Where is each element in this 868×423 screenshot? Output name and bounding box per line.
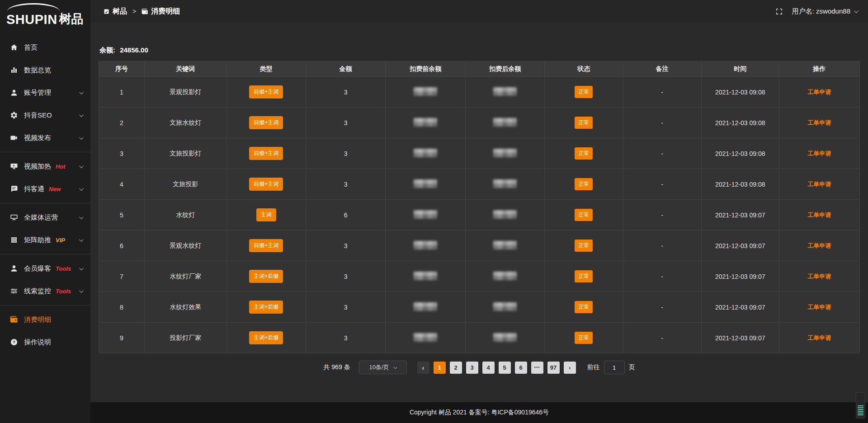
sidebar-item-douyin-seo[interactable]: 抖音SEO <box>0 104 90 127</box>
logo-text-cn: 树品 <box>59 11 84 27</box>
work-order-link[interactable]: 工单申请 <box>807 150 831 157</box>
masked-value <box>493 149 517 157</box>
sidebar-item-all-media-operation[interactable]: 全媒体运营 <box>0 206 90 229</box>
page-button-97[interactable]: 97 <box>547 362 560 374</box>
cell-keyword: 景观水纹灯 <box>144 230 226 261</box>
cell-amount: 3 <box>306 261 386 292</box>
work-order-link[interactable]: 工单申请 <box>807 304 831 310</box>
username-label: 用户名: zswodun88 <box>792 7 850 16</box>
type-badge: 主词 <box>256 208 276 221</box>
fullscreen-icon[interactable] <box>775 8 783 15</box>
cell-keyword: 景观投影灯 <box>144 77 226 108</box>
sidebar-item-tag: Tools <box>56 265 71 272</box>
sidebar-item-label: 线索监控 <box>24 287 51 296</box>
masked-value <box>414 272 437 280</box>
cell-type: 前缀+主词 <box>226 169 306 200</box>
work-order-link[interactable]: 工单申请 <box>807 212 831 218</box>
column-header: 操作 <box>779 61 859 77</box>
sidebar-item-member-baoke[interactable]: 会员爆客Tools <box>0 257 90 280</box>
cell-keyword: 投影灯厂家 <box>144 323 226 353</box>
work-order-link[interactable]: 工单申请 <box>807 334 831 341</box>
page-button-2[interactable]: 2 <box>450 362 462 374</box>
sidebar-section: 视频加热Hot抖客通New <box>0 152 90 203</box>
page-size-select[interactable]: 10条/页 <box>359 361 407 374</box>
sidebar-section: 首页数据总览账号管理抖音SEO视频发布 <box>0 33 90 152</box>
sidebar-item-video-heat[interactable]: 视频加热Hot <box>0 155 90 178</box>
masked-value <box>493 302 517 311</box>
sidebar-item-home[interactable]: 首页 <box>0 36 90 59</box>
table-row: 2文旅水纹灯前缀+主词3正常-2021-12-03 09:08工单申请 <box>99 108 860 138</box>
goto-label: 前往 <box>587 363 600 371</box>
username-dropdown[interactable]: 用户名: zswodun88 <box>792 7 857 16</box>
sidebar-item-video-publish[interactable]: 视频发布 <box>0 127 90 149</box>
cell-time: 2021-12-03 09:08 <box>701 138 779 169</box>
table-row: 3文旅投影灯前缀+主词3正常-2021-12-03 09:08工单申请 <box>99 138 860 169</box>
column-header: 类型 <box>226 61 306 77</box>
page-button-6[interactable]: 6 <box>515 362 527 374</box>
cell-type: 前缀+主词 <box>226 230 306 261</box>
breadcrumb-item-current: 消费明细 <box>142 7 180 16</box>
sidebar-item-douketong[interactable]: 抖客通New <box>0 178 90 200</box>
chevron-down-icon <box>79 237 84 242</box>
cell-time: 2021-12-03 09:08 <box>701 77 779 108</box>
cell-seq: 6 <box>99 230 145 261</box>
status-badge: 正常 <box>575 209 593 221</box>
app-icon <box>103 8 110 15</box>
sidebar-item-label: 视频发布 <box>24 134 51 142</box>
sidebar-item-label: 账号管理 <box>24 89 51 97</box>
cell-action: 工单申请 <box>779 108 859 138</box>
prev-page-button[interactable]: ‹ <box>417 362 429 374</box>
sidebar-item-operation-guide[interactable]: ?操作说明 <box>0 331 90 353</box>
page-size-value: 10条/页 <box>369 363 389 371</box>
cell-balance-before <box>386 292 466 323</box>
widget-stripes-icon <box>858 405 863 416</box>
sidebar-section: 消费明细?操作说明 <box>0 305 90 356</box>
next-page-button[interactable]: › <box>564 362 576 374</box>
more-pages-button[interactable]: ••• <box>531 362 543 374</box>
footer: Copyright 树品 2021 备案号: 粤ICP备09019646号 <box>90 402 868 423</box>
cell-amount: 3 <box>306 138 386 169</box>
sidebar-item-tag: New <box>49 186 61 193</box>
page-button-3[interactable]: 3 <box>466 362 478 374</box>
type-badge: 主词+后缀 <box>249 301 283 314</box>
type-badge: 主词+后缀 <box>249 270 283 283</box>
cell-action: 工单申请 <box>779 169 859 200</box>
type-badge: 前缀+主词 <box>249 116 283 129</box>
sidebar-item-clue-monitor[interactable]: 线索监控Tools <box>0 280 90 302</box>
work-order-link[interactable]: 工单申请 <box>807 181 831 188</box>
cell-remark: - <box>623 292 701 323</box>
page-button-5[interactable]: 5 <box>499 362 511 374</box>
goto-page-input[interactable] <box>604 361 625 374</box>
table-row: 1景观投影灯前缀+主词3正常-2021-12-03 09:08工单申请 <box>99 77 860 108</box>
pagination: 共 969 条 10条/页 ‹ 123456•••97 › 前往 页 <box>99 361 860 374</box>
member-icon <box>10 264 18 273</box>
sidebar-item-consumption-detail[interactable]: 消费明细 <box>0 308 90 331</box>
page-button-4[interactable]: 4 <box>482 362 495 374</box>
sidebar-item-data-overview[interactable]: 数据总览 <box>0 59 90 81</box>
cell-time: 2021-12-03 09:07 <box>701 230 779 261</box>
sidebar-item-account-management[interactable]: 账号管理 <box>0 81 90 104</box>
cell-balance-after <box>466 200 545 230</box>
sidebar-item-matrix-boost[interactable]: 矩阵助推VIP <box>0 229 90 251</box>
sidebar-item-label: 抖客通 <box>24 185 44 193</box>
brand-logo[interactable]: SHUPIN 树品 <box>0 0 90 33</box>
cell-type: 前缀+主词 <box>226 77 306 108</box>
cell-seq: 9 <box>99 323 145 353</box>
floating-widget[interactable] <box>856 392 865 418</box>
svg-text:?: ? <box>13 339 15 344</box>
cell-remark: - <box>623 138 701 169</box>
home-icon <box>10 43 18 52</box>
breadcrumb-item-root[interactable]: 树品 <box>103 7 127 16</box>
masked-value <box>414 210 437 219</box>
sidebar-item-label: 消费明细 <box>24 315 51 324</box>
work-order-link[interactable]: 工单申请 <box>807 89 831 95</box>
cell-balance-before <box>386 77 466 108</box>
work-order-link[interactable]: 工单申请 <box>807 273 831 280</box>
work-order-link[interactable]: 工单申请 <box>807 119 831 126</box>
work-order-link[interactable]: 工单申请 <box>807 242 831 249</box>
masked-value <box>414 87 437 96</box>
page-button-1[interactable]: 1 <box>434 362 446 374</box>
masked-value <box>414 302 437 311</box>
cell-time: 2021-12-03 09:07 <box>701 323 779 353</box>
sliders-icon <box>10 287 18 295</box>
